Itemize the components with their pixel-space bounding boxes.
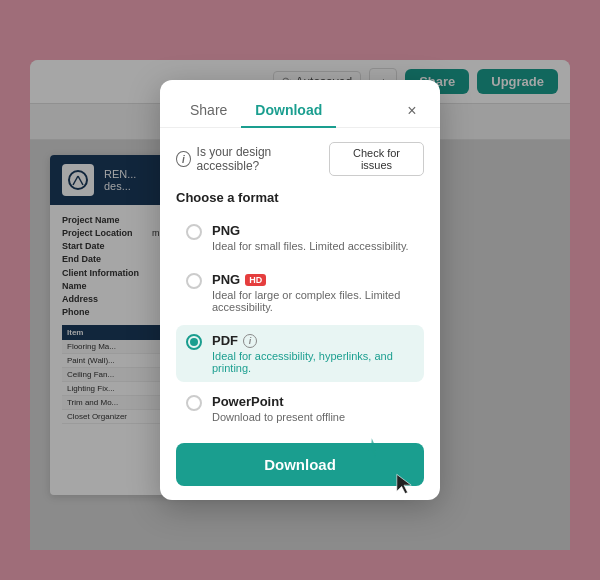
radio-pdf-title: PDF i [212,333,414,348]
choose-format-label: Choose a format [176,190,424,205]
format-option-powerpoint[interactable]: PowerPoint Download to present offline [176,386,424,431]
radio-png-text: PNG Ideal for small files. Limited acces… [212,223,414,252]
tab-share[interactable]: Share [176,94,241,128]
radio-powerpoint-desc: Download to present offline [212,411,414,423]
accessibility-row: i Is your design accessible? Check for i… [176,142,424,176]
radio-png-hd-desc: Ideal for large or complex files. Limite… [212,289,414,313]
radio-pdf-desc: Ideal for accessibility, hyperlinks, and… [212,350,414,374]
radio-png-hd[interactable] [186,273,202,289]
download-modal: Share Download × i Is your design access… [160,80,440,500]
tab-download[interactable]: Download [241,94,336,128]
radio-png-desc: Ideal for small files. Limited accessibi… [212,240,414,252]
modal-body: i Is your design accessible? Check for i… [160,128,440,500]
radio-powerpoint[interactable] [186,395,202,411]
accessibility-label: Is your design accessible? [197,145,323,173]
cursor-arrow [394,472,414,496]
modal-header: Share Download × [160,80,440,128]
format-option-png[interactable]: PNG Ideal for small files. Limited acces… [176,215,424,260]
radio-pdf[interactable] [186,334,202,350]
radio-png-title: PNG [212,223,414,238]
sparkle-decoration [357,432,390,470]
hd-badge: HD [245,274,266,286]
check-issues-button[interactable]: Check for issues [329,142,424,176]
radio-powerpoint-text: PowerPoint Download to present offline [212,394,414,423]
radio-png-hd-text: PNG HD Ideal for large or complex files.… [212,272,414,313]
pdf-info-icon: i [243,334,257,348]
close-button[interactable]: × [400,99,424,123]
radio-png[interactable] [186,224,202,240]
radio-powerpoint-title: PowerPoint [212,394,414,409]
info-icon: i [176,151,191,167]
format-option-pdf[interactable]: PDF i Ideal for accessibility, hyperlink… [176,325,424,382]
radio-png-hd-title: PNG HD [212,272,414,287]
format-option-png-hd[interactable]: PNG HD Ideal for large or complex files.… [176,264,424,321]
download-btn-wrap: Download [176,443,424,486]
radio-pdf-text: PDF i Ideal for accessibility, hyperlink… [212,333,414,374]
